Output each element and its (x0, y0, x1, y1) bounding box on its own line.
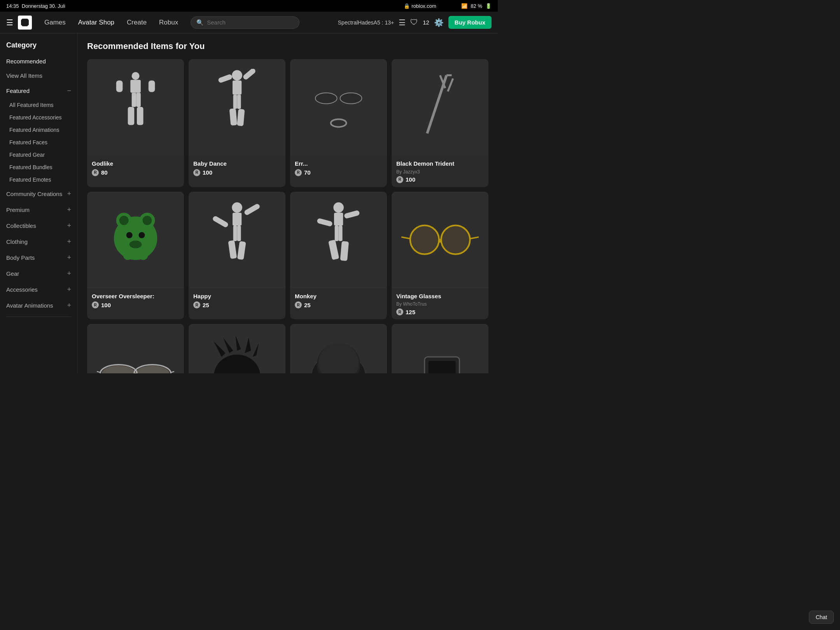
svg-point-53 (442, 227, 469, 253)
sidebar-item-featured[interactable]: Featured − (0, 83, 77, 99)
svg-point-28 (126, 232, 133, 238)
sidebar-item-featured-emotes[interactable]: Featured Emotes (0, 173, 77, 186)
sidebar-item-body-parts[interactable]: Body Parts + (0, 250, 77, 266)
item-card-overseer[interactable]: Overseer Oversleeper: R 100 (87, 192, 184, 320)
nav-robux[interactable]: Robux (153, 12, 184, 33)
item-name-monkey: Monkey (295, 292, 382, 300)
item-card-shadowed-head[interactable]: Shadowed Head (290, 324, 387, 373)
sidebar-item-recommended[interactable]: Recommended (0, 54, 77, 68)
svg-point-8 (232, 70, 242, 80)
content-header: Recommended Items for You (87, 41, 488, 51)
sidebar-item-featured-bundles[interactable]: Featured Bundles (0, 161, 77, 173)
nav-links: Games Avatar Shop Create Robux (38, 12, 184, 33)
svg-rect-42 (334, 213, 343, 226)
svg-rect-9 (233, 80, 242, 95)
item-name-baby-dance: Baby Dance (193, 160, 281, 168)
nav-settings-icon[interactable]: ⚙️ (434, 18, 444, 27)
search-bar[interactable]: 🔍 (191, 16, 299, 29)
buy-robux-button[interactable]: Buy Robux (448, 16, 492, 29)
sidebar-item-collectibles[interactable]: Collectibles + (0, 218, 77, 234)
svg-point-72 (318, 343, 359, 373)
item-info-godlike: Godlike R 80 (87, 156, 184, 180)
item-image-err (290, 59, 387, 156)
item-creator-black-demon-trident: By Jazzyx3 (396, 169, 484, 175)
robux-icon: R (295, 301, 302, 308)
svg-rect-48 (340, 241, 349, 261)
sidebar-item-featured-faces[interactable]: Featured Faces (0, 136, 77, 149)
sidebar-item-premium[interactable]: Premium + (0, 202, 77, 218)
item-card-err[interactable]: Err... R 70 (290, 59, 387, 187)
sidebar-item-avatar-animations[interactable]: Avatar Animations + (0, 298, 77, 313)
item-price-baby-dance: R 100 (193, 169, 281, 176)
sidebar-item-community-creations[interactable]: Community Creations + (0, 186, 77, 202)
nav-games[interactable]: Games (38, 12, 72, 33)
item-image-monkey (290, 192, 387, 289)
status-time-date: 14:35 Donnerstag 30. Juli (6, 3, 65, 9)
svg-rect-45 (335, 226, 339, 241)
sidebar-category-title: Category (0, 38, 77, 54)
sidebar-divider (6, 317, 71, 317)
navbar: ☰ Games Avatar Shop Create Robux 🔍 Spect… (0, 12, 498, 33)
item-image-12 (392, 324, 488, 373)
svg-rect-36 (243, 203, 261, 216)
item-image-godlike (87, 59, 184, 156)
search-icon: 🔍 (196, 19, 204, 26)
content-area: Recommended Items for You (78, 33, 498, 373)
nav-avatar-shop[interactable]: Avatar Shop (72, 12, 121, 33)
item-card-beautiful-hair[interactable]: Beautiful Hair for (189, 324, 285, 373)
sidebar-item-featured-gear[interactable]: Featured Gear (0, 149, 77, 161)
nav-list-icon[interactable]: ☰ (399, 18, 406, 27)
svg-rect-14 (229, 108, 237, 125)
svg-line-21 (448, 79, 453, 91)
item-name-happy: Happy (193, 292, 281, 300)
item-card-baby-dance[interactable]: Baby Dance R 100 (189, 59, 285, 187)
nav-robux-count: 12 (423, 19, 429, 26)
battery-icon: 🔋 (485, 3, 492, 9)
robux-icon: R (92, 301, 99, 308)
item-price-godlike: R 80 (92, 169, 179, 176)
clothing-expand-icon: + (67, 238, 71, 246)
svg-rect-13 (237, 94, 241, 109)
svg-rect-5 (136, 93, 141, 107)
item-card-retro-sunglasses[interactable]: Retro Sunglasses (87, 324, 184, 373)
search-input[interactable] (207, 19, 294, 26)
item-image-happy (189, 192, 285, 289)
item-card-black-demon-trident[interactable]: Black Demon Trident By Jazzyx3 R 100 (392, 59, 488, 187)
sidebar-item-featured-animations[interactable]: Featured Animations (0, 124, 77, 136)
nav-create[interactable]: Create (121, 12, 153, 33)
sidebar-item-clothing[interactable]: Clothing + (0, 234, 77, 250)
svg-line-55 (470, 237, 479, 239)
item-card-12[interactable] (392, 324, 488, 373)
item-card-happy[interactable]: Happy R 25 (189, 192, 285, 320)
item-price-err: R 70 (295, 169, 382, 176)
body-parts-expand-icon: + (67, 254, 71, 262)
svg-rect-40 (237, 241, 246, 260)
sidebar: Category Recommended View All Items Feat… (0, 33, 78, 373)
item-name-overseer: Overseer Oversleeper: (92, 292, 179, 300)
item-info-happy: Happy R 25 (189, 289, 285, 313)
item-image-beautiful-hair (189, 324, 285, 373)
item-card-monkey[interactable]: Monkey R 25 (290, 192, 387, 320)
svg-point-31 (123, 251, 133, 260)
svg-rect-35 (212, 215, 229, 228)
item-price-overseer: R 100 (92, 301, 179, 308)
svg-point-32 (138, 251, 148, 260)
svg-rect-44 (317, 218, 333, 227)
sidebar-item-gear[interactable]: Gear + (0, 266, 77, 282)
sidebar-item-view-all[interactable]: View All Items (0, 68, 77, 83)
hamburger-menu[interactable]: ☰ (6, 18, 13, 27)
sidebar-item-all-featured[interactable]: All Featured Items (0, 99, 77, 111)
sidebar-item-featured-accessories[interactable]: Featured Accessories (0, 111, 77, 124)
item-card-vintage-glasses[interactable]: Vintage Glasses By WhoToTrus R 125 (392, 192, 488, 320)
svg-point-33 (232, 203, 242, 213)
status-bar: 14:35 Donnerstag 30. Juli 🔒 roblox.com 📶… (0, 0, 498, 12)
svg-rect-11 (242, 69, 257, 80)
nav-right: SpectralHadesA5 : 13+ ☰ 🛡 12 ⚙️ Buy Robu… (338, 16, 492, 29)
sidebar-item-accessories[interactable]: Accessories + (0, 282, 77, 298)
item-image-vintage-glasses (392, 192, 488, 289)
svg-point-56 (438, 240, 442, 243)
item-card-godlike[interactable]: Godlike R 80 (87, 59, 184, 187)
nav-shield-icon[interactable]: 🛡 (410, 18, 418, 27)
svg-rect-6 (128, 107, 135, 125)
roblox-logo[interactable] (18, 16, 32, 30)
